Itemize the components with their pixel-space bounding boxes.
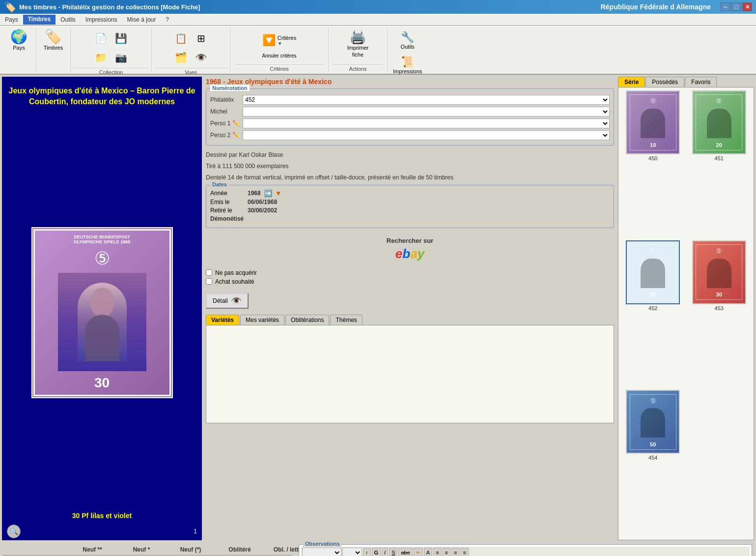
right-tab-serie[interactable]: Série [618,77,645,87]
right-tab-bar: Série Possédés Favoris [618,77,754,87]
tab-mes-varietes[interactable]: Mes variétés [240,315,284,325]
retire-row: Retiré le 30/06/2002 [210,207,610,214]
dates-label: Dates [210,181,229,187]
obs-size-select[interactable] [342,548,362,556]
numerotation-section: Numérotation Philatélix 452 Michel Perso… [206,88,614,146]
detail-btn[interactable]: Détail 👁️ [206,293,249,309]
outils-btn[interactable]: 🔧 Outils [390,29,425,52]
grid-icon: ⊞ [197,32,205,44]
vues-btn-3[interactable]: 🗂️ [171,49,190,66]
toolbar-section-label-pays [18,64,20,72]
close-btn[interactable]: ✕ [742,2,752,11]
stamp-img-452: ⑤ 30 [626,240,680,304]
ebay-logo[interactable]: ebay [210,246,610,262]
emis-row: Emis le 06/06/1968 [210,199,610,205]
stamp-footer: 30 Pf lilas et violet [2,509,202,523]
menu-timbres[interactable]: Timbres [23,15,56,25]
menu-impressions[interactable]: Impressions [81,15,122,24]
collection-btn-3[interactable]: 📁 [92,49,111,66]
tab-themes[interactable]: Thèmes [330,315,362,325]
impressions-btn[interactable]: 📜 Impressions [390,54,425,77]
camera-icon: 📷 [115,52,127,63]
imprimer-fiche-btn[interactable]: 🖨️ Imprimer fiche [344,28,372,60]
outils-btn-label: Outils [401,44,415,50]
dates-section: Dates Année 1968 ➡️ ▼ Emis le 06/06/1968… [206,185,614,228]
obs-font-color-btn[interactable]: A [424,548,432,556]
tab-varietes[interactable]: Variétés [206,315,239,325]
cotes-headers: Neuf ** Neuf * Neuf (*) Oblitéré Obl. / … [2,544,293,556]
stamp-img-450: ⑤ 10 [626,90,680,154]
criteres-btn[interactable]: 🔽 Critères ▼ [259,31,300,49]
annee-dropdown[interactable]: ▼ [275,189,282,197]
toolbar-timbres-btn[interactable]: 🏷️ Timbres [40,28,66,53]
obs-align-justify-btn[interactable]: ≡ [460,548,468,556]
collection-btn-2[interactable]: 💾 [112,29,131,47]
obs-font-select[interactable] [302,548,341,556]
obs-italic-btn[interactable]: I [382,548,388,556]
stamp-thumb-451[interactable]: ⑤ 20 451 [688,90,751,237]
toolbar-section-label-timbres [53,64,54,72]
perso2-select[interactable] [243,130,610,140]
obs-align-center-btn[interactable]: ≡ [443,548,450,556]
stamp-thumb-452[interactable]: ⑤ 30 452 [621,240,685,387]
right-tab-possedes[interactable]: Possédés [645,77,684,87]
vues-btn-4[interactable]: 👁️ [192,49,210,66]
obs-up-btn[interactable]: ↑ [363,548,371,556]
observations-section: Observations ↑ G I S abe ✏ A ≡ ≡ ≡ ≡ [299,544,752,556]
stamp-number: 1 [194,528,197,535]
obs-bold-btn[interactable]: G [372,548,381,556]
minimize-btn[interactable]: ─ [721,2,730,11]
stamp-num-452: 452 [648,305,657,311]
collection-btn-4[interactable]: 📷 [112,49,131,66]
ne-pas-row: Ne pas acquérir [206,269,614,276]
annee-arrow[interactable]: ➡️ [264,189,272,197]
menu-pays[interactable]: Pays [0,15,23,24]
ne-pas-checkbox[interactable] [206,269,212,276]
filter-icon: 🔽 [262,35,276,46]
zoom-btn[interactable]: 🔍 [7,525,21,538]
obs-align-left-btn[interactable]: ≡ [433,548,441,556]
menu-miseajour[interactable]: Mise à jour [122,15,161,24]
obs-toolbar: ↑ G I S abe ✏ A ≡ ≡ ≡ ≡ [301,547,750,556]
annee-label: Année [210,190,245,197]
menu-help[interactable]: ? [161,15,174,24]
obs-align-right-btn[interactable]: ≡ [451,548,459,556]
ebay-search-label: Rechercher sur [210,237,610,244]
tab-obliterations[interactable]: Oblitérations [285,315,329,325]
right-tab-favoris[interactable]: Favoris [685,77,717,87]
obs-color-btn[interactable]: ✏ [414,548,423,556]
stamp-value: 30 [94,375,110,391]
achat-checkbox[interactable] [206,278,212,285]
criteres-label: Critères [278,35,297,41]
lower-right: Observations ↑ G I S abe ✏ A ≡ ≡ ≡ ≡ [295,542,756,556]
pays-label: Pays [13,45,25,51]
menu-bar: Pays Timbres Outils Impressions Mise à j… [0,14,756,26]
collection-label: Collection [73,68,149,75]
obs-underline-btn[interactable]: S [389,548,397,556]
col-header-oblit: Oblitéré [215,544,264,555]
left-panel: Jeux olympiques d'été à Mexico – Baron P… [0,75,204,542]
achat-row: Achat souhaité [206,278,614,285]
collection-btn-1[interactable]: 📄 [92,29,111,47]
michel-row: Michel [210,107,610,117]
vues-btn-1[interactable]: 📋 [171,29,190,47]
michel-label: Michel [210,108,240,115]
stamp-thumb-453[interactable]: ⑤ 30 453 [688,240,751,387]
annuler-criteres-btn[interactable]: Annuler critères [258,51,300,61]
col-header-neuf2: Neuf ** [68,544,117,555]
stamp-thumb-454[interactable]: ⑤ 50 454 [621,390,685,537]
michel-select[interactable] [243,107,610,117]
doc-icon-1: 📄 [95,32,107,44]
stamp-thumb-450[interactable]: ⑤ 10 450 [621,90,685,237]
menu-outils[interactable]: Outils [56,15,81,24]
designer-text: Dessiné par Karl Oskar Blase [206,150,614,160]
philatelix-select[interactable]: 452 [243,95,610,105]
vues-btn-2[interactable]: ⊞ [192,29,210,47]
obs-strikethrough-btn[interactable]: abe [398,548,412,556]
col-header-neufp: Neuf (*) [166,544,215,555]
perso1-select[interactable] [243,118,610,128]
maximize-btn[interactable]: □ [731,2,741,11]
toolbar-pays-btn[interactable]: 🌍 Pays [7,28,31,53]
retire-label: Retiré le [210,207,245,214]
retire-value: 30/06/2002 [248,207,277,214]
